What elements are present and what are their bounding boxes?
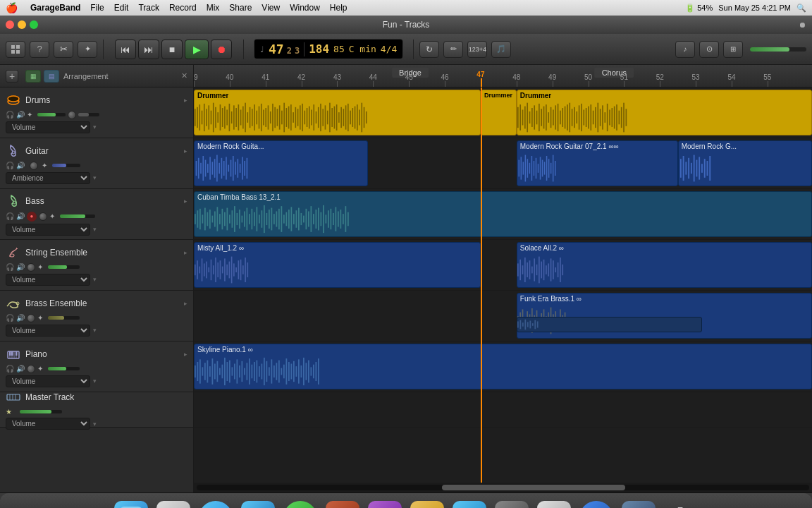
loop-browser-button[interactable]: ⊙ xyxy=(699,41,719,58)
string-speaker-icon[interactable]: 🔊 xyxy=(16,263,25,271)
scrollbar-area[interactable] xyxy=(194,483,812,492)
guitar-pan-knob[interactable] xyxy=(30,162,38,170)
piano-pan-knob[interactable] xyxy=(27,365,35,373)
dock-stacks[interactable]: 📁 xyxy=(619,500,658,509)
library-button[interactable] xyxy=(6,41,25,58)
tuner-button[interactable]: 🎵 xyxy=(491,41,511,58)
rewind-button[interactable]: ⏮ xyxy=(115,40,136,59)
brass-speaker-icon[interactable]: 🔊 xyxy=(16,314,25,322)
view-toggle-2[interactable]: ▤ xyxy=(44,70,59,83)
master-track-row[interactable] xyxy=(194,392,812,428)
brass-pan-knob[interactable] xyxy=(27,314,35,322)
piano-magic-icon[interactable]: ✦ xyxy=(37,365,43,373)
brass-fader[interactable] xyxy=(48,316,80,320)
piano-volume-select[interactable]: Volume xyxy=(6,375,90,387)
dock-finder[interactable] xyxy=(111,500,151,509)
view-toggle-1[interactable]: ▦ xyxy=(25,70,41,83)
dock-itunes[interactable]: ♪ xyxy=(365,500,405,509)
dock-mail[interactable]: ✉️ xyxy=(238,500,278,509)
dock-launchpad[interactable]: 🚀 xyxy=(154,500,193,509)
piano-clip-1[interactable]: Skyline Piano.1 ∞ xyxy=(194,344,812,389)
guitar-preset-select[interactable]: Ambience xyxy=(6,172,90,184)
fastforward-button[interactable]: ⏭ xyxy=(138,40,159,59)
bass-pan-knob[interactable] xyxy=(39,212,47,221)
dock-trash[interactable]: 🗑 xyxy=(661,500,701,509)
piano-speaker-icon[interactable]: 🔊 xyxy=(16,365,25,373)
string-pan-knob[interactable] xyxy=(27,263,35,272)
stop-button[interactable]: ■ xyxy=(161,40,183,59)
drums-pan-fader[interactable] xyxy=(78,113,99,116)
master-fader[interactable] xyxy=(20,410,62,413)
cycle-button[interactable]: ↻ xyxy=(419,41,439,58)
menu-file[interactable]: File xyxy=(90,3,104,13)
drums-headphones-icon[interactable]: 🎧 xyxy=(6,111,14,119)
piano-track-row[interactable]: Skyline Piano.1 ∞ xyxy=(194,341,812,392)
guitar-speaker-icon[interactable]: 🔊 xyxy=(16,162,25,169)
bass-speaker-icon[interactable]: 🔊 xyxy=(16,212,25,220)
drums-fader[interactable] xyxy=(37,113,66,116)
string-magic-icon[interactable]: ✦ xyxy=(37,263,43,271)
arrangement-close-button[interactable]: ✕ xyxy=(181,71,187,80)
drums-volume-select[interactable]: Volume xyxy=(6,121,90,133)
brass-track-row[interactable]: Funk Era Brass.1 ∞ xyxy=(194,291,812,341)
brass-headphones-icon[interactable]: 🎧 xyxy=(6,314,14,322)
dock-messages[interactable]: 💬 xyxy=(281,500,320,509)
drums-track-row[interactable]: Drummer xyxy=(194,87,812,138)
string-headphones-icon[interactable]: 🎧 xyxy=(6,263,14,271)
menu-garageband[interactable]: GarageBand xyxy=(30,3,80,13)
master-volume-select[interactable]: Volume xyxy=(6,418,90,430)
guitar-clip-2[interactable]: Modern Rock Guitar 07_2.1 ∞∞ xyxy=(517,140,678,186)
menu-edit[interactable]: Edit xyxy=(114,3,129,13)
menu-share[interactable]: Share xyxy=(229,3,252,13)
menubar-search[interactable]: 🔍 xyxy=(796,4,806,13)
help-button[interactable]: ? xyxy=(30,41,49,58)
notation-button[interactable]: ♪ xyxy=(675,41,695,58)
bass-mute-button[interactable]: ● xyxy=(27,212,37,222)
dock-garageband[interactable]: 🎸 xyxy=(323,500,362,509)
string-track-row[interactable]: Misty All_1.2 ∞ xyxy=(194,240,812,291)
scrollbar-thumb[interactable] xyxy=(442,485,626,490)
string-fader[interactable] xyxy=(48,265,80,269)
pencil-button[interactable]: ✏ xyxy=(443,41,463,58)
guitar-clip-1[interactable]: Modern Rock Guita... xyxy=(194,140,368,186)
menu-record[interactable]: Record xyxy=(169,3,197,13)
maximize-button[interactable] xyxy=(30,20,38,29)
brass-volume-select[interactable]: Volume xyxy=(6,325,90,337)
drums-pan-knob[interactable] xyxy=(68,111,76,119)
piano-fader[interactable] xyxy=(48,367,80,370)
guitar-magic-icon[interactable]: ✦ xyxy=(42,162,47,169)
drums-clip-3[interactable]: Drummer xyxy=(517,90,812,135)
bass-fader[interactable] xyxy=(60,214,95,218)
dock-piano[interactable]: 🎹 xyxy=(534,500,574,509)
record-button[interactable]: ⏺ xyxy=(211,40,232,59)
brass-magic-icon[interactable]: ✦ xyxy=(37,314,43,322)
menu-mix[interactable]: Mix xyxy=(207,3,220,13)
dock-safari[interactable]: 🧭 xyxy=(196,500,235,509)
dock-network[interactable]: 🌐 xyxy=(577,500,616,509)
master-magic-icon[interactable]: ★ xyxy=(6,408,12,416)
close-button[interactable] xyxy=(6,20,14,29)
add-track-button[interactable]: + xyxy=(6,70,18,83)
menu-window[interactable]: Window xyxy=(290,3,320,13)
minimize-button[interactable] xyxy=(18,20,26,29)
master-volume-slider[interactable] xyxy=(750,47,806,52)
bass-headphones-icon[interactable]: 🎧 xyxy=(6,212,14,220)
bass-track-row[interactable]: Cuban Timba Bass 13_2.1 xyxy=(194,189,812,240)
dock-appstore[interactable]: 🅰 xyxy=(450,500,489,509)
guitar-clip-3[interactable]: Modern Rock G... xyxy=(678,140,812,186)
mixer-button[interactable]: ⊞ xyxy=(723,41,743,58)
drums-speaker-icon[interactable]: 🔊 xyxy=(16,111,25,119)
drums-magic-icon[interactable]: ✦ xyxy=(27,111,32,119)
string-clip-1[interactable]: Misty All_1.2 ∞ xyxy=(194,242,481,288)
apple-menu[interactable]: 🍎 xyxy=(6,2,18,13)
drums-clip-1[interactable]: Drummer xyxy=(194,90,481,135)
string-volume-select[interactable]: Volume xyxy=(6,274,90,286)
brass-clip-2[interactable] xyxy=(517,317,702,332)
bass-magic-icon[interactable]: ✦ xyxy=(49,212,55,220)
scrollbar-track[interactable] xyxy=(197,485,809,490)
scissors-button[interactable]: ✂ xyxy=(54,41,73,58)
guitar-headphones-icon[interactable]: 🎧 xyxy=(6,162,14,169)
string-clip-2[interactable]: Solace All.2 ∞ xyxy=(517,242,812,288)
dock-syspreferences[interactable]: ⚙️ xyxy=(492,500,531,509)
smart-button[interactable]: ✦ xyxy=(78,41,97,58)
